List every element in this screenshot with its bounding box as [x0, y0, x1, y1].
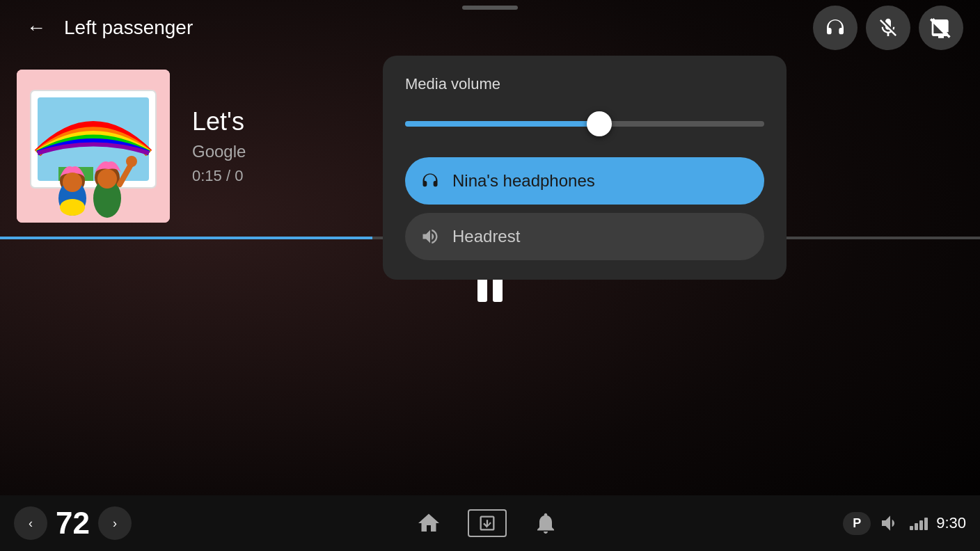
ninas-headphones-label: Nina's headphones	[452, 171, 595, 191]
screen-off-icon	[930, 17, 952, 39]
svg-point-6	[63, 173, 82, 192]
home-icon	[416, 511, 441, 536]
screen-off-button[interactable]	[919, 6, 963, 50]
prev-nav-icon: ‹	[29, 516, 33, 531]
svg-point-11	[126, 156, 137, 167]
signal-bar-1	[910, 526, 913, 530]
volume-title: Media volume	[405, 75, 764, 93]
audio-option-headrest[interactable]: Headrest	[405, 213, 764, 260]
next-nav-icon: ›	[113, 516, 117, 531]
top-icons	[813, 6, 963, 50]
signal-bar-3	[919, 520, 923, 530]
track-info: Let's Google 0:15 / 0	[192, 107, 246, 185]
audio-option-ninas-headphones[interactable]: Nina's headphones	[405, 157, 764, 205]
track-title: Let's	[192, 107, 246, 136]
track-artist: Google	[192, 142, 246, 161]
audio-options: Nina's headphones Headrest	[405, 157, 764, 260]
headphones-icon	[824, 17, 846, 39]
volume-icon	[879, 511, 901, 536]
volume-status-icon	[879, 512, 901, 534]
headrest-label: Headrest	[452, 227, 520, 246]
album-art	[17, 70, 170, 223]
mic-off-icon	[877, 17, 899, 39]
mic-off-button[interactable]	[866, 6, 910, 50]
bottom-right: P 9:30	[843, 512, 966, 535]
volume-popup: Media volume Nina's headphones Headrest	[383, 56, 787, 280]
top-bar: ← Left passenger	[0, 0, 980, 56]
speaker-option-icon	[419, 225, 441, 248]
bell-icon	[533, 511, 558, 536]
headphones-button[interactable]	[813, 6, 858, 50]
signal-bar-2	[915, 523, 918, 530]
progress-bar-fill	[0, 237, 372, 239]
svg-point-12	[60, 199, 85, 216]
volume-slider-thumb[interactable]	[587, 111, 612, 136]
back-arrow-icon: ←	[26, 17, 46, 39]
bottom-left: ‹ 72 ›	[14, 506, 132, 541]
bottom-center	[132, 506, 843, 540]
notification-button[interactable]	[529, 506, 562, 540]
prev-nav-button[interactable]: ‹	[14, 506, 47, 540]
volume-slider-fill	[405, 121, 599, 127]
back-button[interactable]: ←	[17, 8, 56, 47]
home-button[interactable]	[412, 506, 445, 540]
signal-bar-4	[924, 518, 928, 530]
headphones-option-icon	[419, 170, 441, 192]
next-nav-button[interactable]: ›	[98, 506, 132, 540]
bottom-bar: ‹ 72 › P	[0, 495, 980, 551]
track-time: 0:15 / 0	[192, 167, 246, 185]
page-title: Left passenger	[64, 17, 193, 39]
volume-slider[interactable]	[405, 107, 764, 141]
svg-point-9	[97, 169, 117, 189]
time-display: 9:30	[936, 514, 966, 532]
signal-bars	[910, 516, 928, 530]
speed-display: 72	[56, 506, 90, 541]
drawer-icon	[477, 513, 497, 533]
p-badge: P	[843, 512, 871, 535]
drawer-button[interactable]	[468, 509, 507, 537]
